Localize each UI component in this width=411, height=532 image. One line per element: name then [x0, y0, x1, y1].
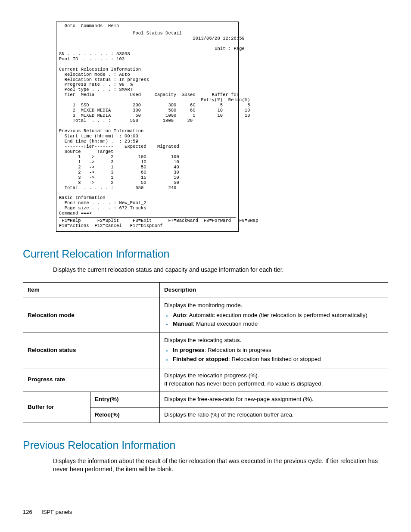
pool-name: Pool name . . . . : New_Pool_2 — [59, 200, 146, 205]
table-row: Relocation status Displays the relocatin… — [23, 333, 388, 368]
desc-cell: Displays the monitoring mode. Auto: Auto… — [160, 298, 388, 333]
th-description: Description — [160, 282, 388, 298]
end-time: End time (hh:mm) . : 23:59 — [59, 139, 138, 144]
menu-help: Help — [108, 23, 119, 28]
page-size: Page size . . . . : 672 Tracks — [59, 205, 146, 211]
th-item: Item — [23, 282, 160, 298]
term-text: : Automatic execution mode (tier relocat… — [186, 312, 367, 318]
bold-term: Auto — [173, 312, 186, 318]
mig-row: 3 -> 1 15 10 — [59, 175, 179, 180]
cri-heading: Current Relocation Information — [59, 67, 141, 72]
section-intro: Displays the current relocation status a… — [53, 266, 388, 274]
panel-title: Pool Status Detail — [133, 31, 182, 36]
page-footer: 126 ISPF panels — [23, 508, 388, 516]
unit-label: Unit : Page — [215, 46, 245, 51]
table-row: Relocation mode Displays the monitoring … — [23, 298, 388, 333]
item-cell: Relocation mode — [23, 298, 160, 333]
menu-goto: Goto — [65, 23, 75, 28]
term-text: : Relocation is in progress — [205, 347, 271, 353]
mig-row: 1 -> 3 10 10 — [59, 159, 179, 165]
bullet-item: In progress: Relocation is in progress — [172, 346, 383, 355]
term-text: : Relocation has finished or stopped — [228, 356, 321, 362]
tier-header: Tier Media Used Capacity %Used --- Buffe… — [59, 92, 250, 97]
progress-rate: Progress rate . . : 98 % — [59, 82, 133, 87]
table-row: Buffer for Entry(%) Displays the free-ar… — [23, 392, 388, 407]
menu-commands: Commands — [81, 23, 103, 28]
mig-header2: Source Target — [59, 149, 114, 154]
tier-header2: Entry(%) Reloc(%) — [59, 97, 250, 103]
section-heading-cri: Current Relocation Information — [23, 246, 388, 261]
desc-cell: Displays the ratio (%) of the relocation… — [160, 407, 388, 423]
item-cell: Relocation status — [23, 333, 160, 368]
datetime: 2013/06/28 12:26:59 — [193, 36, 244, 41]
tier-row: 3 MIXED MEDIA 50 1000 5 10 10 — [59, 113, 250, 118]
desc-text: Displays the relocating status. — [164, 337, 241, 343]
sub-item-cell: Reloc(%) — [90, 407, 160, 423]
bullet-item: Manual: Manual execution mode — [172, 320, 383, 328]
item-cell: Progress rate — [23, 368, 160, 392]
pool-type: Pool type . . . . : SMART — [59, 87, 133, 92]
bullet-item: Auto: Automatic execution mode (tier rel… — [172, 311, 383, 320]
mig-row: 3 -> 2 50 50 — [59, 180, 179, 185]
bold-term: Manual — [173, 320, 193, 327]
command-line: Command ===> — [59, 211, 92, 216]
basic-heading: Basic Information — [59, 195, 106, 200]
pool-id-field: Pool ID . . . . . : 103 — [59, 56, 125, 62]
mig-total: Total . . . . . : 550 240 — [59, 185, 176, 190]
pri-heading: Previous Relocation Information — [59, 128, 143, 134]
bullet-item: Finished or stopped: Relocation has fini… — [172, 355, 383, 364]
desc-text: Displays the monitoring mode. — [164, 302, 243, 308]
mig-row: 2 -> 1 50 40 — [59, 165, 179, 170]
desc-text: Displays the relocation progress (%). — [164, 372, 259, 379]
tier-row: 1 SSD 200 300 60 5 5 — [59, 103, 250, 108]
section-intro: Displays the information about the resul… — [53, 457, 388, 474]
table-header-row: Item Description — [23, 282, 388, 298]
bold-term: In progress — [173, 347, 205, 353]
cri-table: Item Description Relocation mode Display… — [23, 282, 388, 423]
mig-header: -------Tier------- Expected Migrated — [59, 144, 179, 149]
desc-cell: Displays the free-area-ratio for new-pag… — [160, 392, 388, 407]
section-heading-pri: Previous Relocation Information — [23, 438, 388, 453]
desc-cell: Displays the relocation progress (%). If… — [160, 368, 388, 392]
fkeys: F1=Help F2=Split F3=Exit F7=Backward F8=… — [59, 218, 258, 223]
tier-row: 2 MIXED MEDIA 300 500 60 10 10 — [59, 108, 250, 113]
reloc-mode: Relocation mode . : Auto — [59, 72, 130, 77]
start-time: Start time (hh:mm) : 00:00 — [59, 134, 138, 139]
mig-row: 2 -> 3 60 30 — [59, 170, 179, 175]
table-row: Progress rate Displays the relocation pr… — [23, 368, 388, 392]
item-cell: Buffer for — [23, 392, 90, 423]
sn-field: SN . . . . . . . . : 53038 — [59, 51, 130, 56]
desc-cell: Displays the relocating status. In progr… — [160, 333, 388, 368]
bold-term: Finished or stopped — [173, 356, 228, 362]
desc-text: If relocation has never been performed, … — [164, 380, 323, 387]
reloc-status: Relocation status : In progress — [59, 77, 149, 82]
tier-total: Total . . . : 550 1800 29 — [59, 118, 193, 123]
page-number: 126 — [23, 509, 32, 515]
terminal-screenshot: Goto Commands Help Pool Status Detail 20… — [56, 22, 239, 232]
mig-row: 1 -> 2 100 100 — [59, 154, 179, 159]
fkeys: F10=Actions F12=Cancel F17=DispConf — [59, 223, 163, 228]
footer-title: ISPF panels — [41, 509, 72, 515]
sub-item-cell: Entry(%) — [90, 392, 160, 407]
term-text: : Manual execution mode — [193, 320, 258, 327]
